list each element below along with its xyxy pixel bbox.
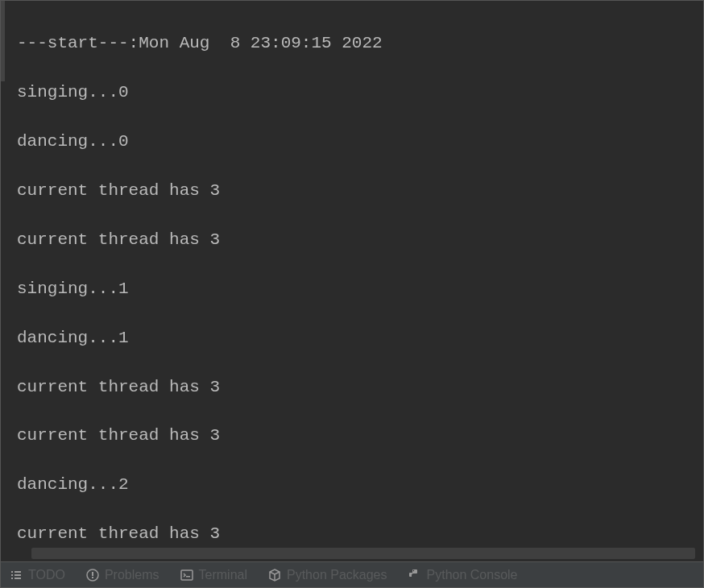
todo-icon (9, 568, 23, 582)
python-packages-tab[interactable]: Python Packages (267, 568, 387, 582)
svg-rect-1 (14, 571, 21, 573)
todo-tab[interactable]: TODO (9, 568, 65, 582)
bottom-toolbar: TODO Problems Terminal (1, 561, 703, 587)
console-line: ---start---:Mon Aug 8 23:09:15 2022 (17, 31, 687, 56)
console-line: dancing...0 (17, 130, 687, 154)
svg-rect-2 (11, 574, 13, 576)
svg-rect-0 (11, 571, 13, 573)
svg-rect-10 (186, 576, 190, 578)
console-line: current thread has 3 (17, 375, 687, 400)
svg-rect-9 (181, 570, 193, 580)
console-line: current thread has 3 (17, 424, 687, 448)
left-gutter (1, 1, 5, 81)
svg-rect-8 (92, 577, 93, 578)
svg-point-11 (412, 569, 413, 570)
terminal-icon (180, 568, 194, 582)
svg-rect-5 (14, 578, 21, 579)
svg-rect-4 (11, 578, 13, 579)
console-line: dancing...2 (17, 473, 687, 497)
console-line: current thread has 3 (17, 228, 687, 252)
terminal-label: Terminal (199, 568, 247, 582)
terminal-tab[interactable]: Terminal (180, 568, 247, 582)
svg-rect-3 (14, 574, 21, 576)
console-output[interactable]: ---start---:Mon Aug 8 23:09:15 2022 sing… (1, 1, 703, 547)
console-line: current thread has 3 (17, 179, 687, 203)
package-icon (267, 568, 282, 582)
console-line: singing...0 (17, 81, 687, 105)
problems-tab[interactable]: Problems (85, 568, 159, 582)
console-line: dancing...1 (17, 326, 687, 350)
python-console-tab[interactable]: Python Console (408, 568, 518, 582)
python-console-label: Python Console (427, 568, 518, 582)
svg-rect-7 (92, 572, 93, 576)
console-line: singing...1 (17, 277, 687, 301)
horizontal-scrollbar[interactable] (31, 548, 695, 559)
console-line: current thread has 3 (17, 522, 687, 546)
todo-label: TODO (28, 568, 65, 582)
warning-icon (85, 568, 100, 582)
python-packages-label: Python Packages (287, 568, 387, 582)
python-icon (408, 568, 422, 582)
problems-label: Problems (105, 568, 159, 582)
